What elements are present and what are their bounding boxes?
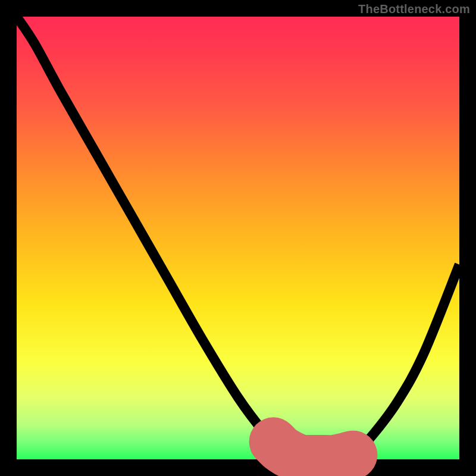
optimal-range-highlight [274, 441, 353, 459]
plot-area [17, 17, 459, 459]
optimal-marker-dot [347, 449, 359, 461]
chart-svg [17, 17, 459, 459]
chart-frame: TheBottleneck.com [0, 0, 476, 476]
bottleneck-curve [17, 17, 459, 460]
watermark-text: TheBottleneck.com [358, 2, 470, 16]
